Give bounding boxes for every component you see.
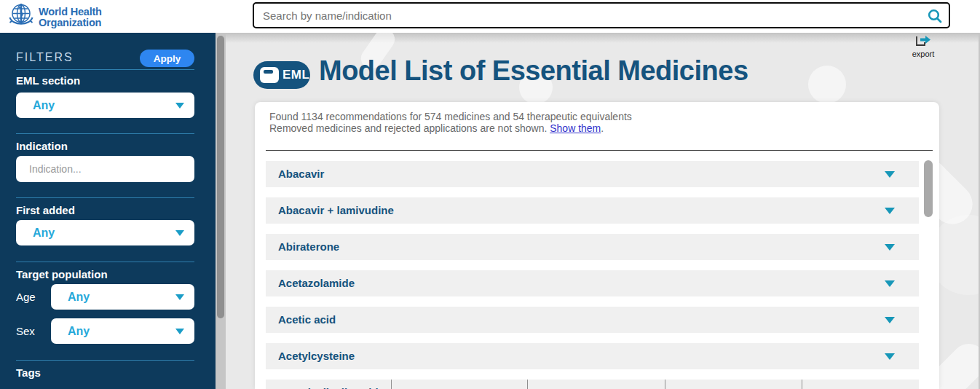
medicine-list: Abacavir Abacavir + lamivudine Abiratero… <box>266 161 919 380</box>
tags-label: Tags <box>16 366 41 379</box>
main-content: export EML Model List of Essential Medic… <box>226 33 980 389</box>
chevron-down-icon <box>175 103 184 109</box>
divider <box>16 197 194 198</box>
divider <box>802 380 802 389</box>
age-select[interactable]: Any <box>51 284 194 310</box>
target-population-label: Target population <box>16 268 108 280</box>
indication-label: Indication <box>16 140 68 152</box>
divider <box>16 133 194 134</box>
medicine-name: Acetic acid <box>278 307 336 333</box>
export-label: export <box>905 50 941 58</box>
medicine-row[interactable]: Acetylsalicylic acid <box>266 380 919 389</box>
sidebar-scrollbar-track[interactable] <box>216 33 226 389</box>
chevron-down-icon <box>885 280 895 287</box>
sex-label: Sex <box>16 325 35 337</box>
search-icon[interactable] <box>927 8 943 24</box>
who-logo-line2: Organization <box>39 17 102 28</box>
medicine-name: Acetylsalicylic acid <box>278 380 379 389</box>
eml-app: { "colors": { "accent_teal": "#1797b8", … <box>0 0 980 389</box>
removed-note-line: Removed medicines and rejected applicati… <box>269 123 632 135</box>
divider <box>665 380 665 389</box>
chevron-down-icon <box>175 294 184 300</box>
divider <box>527 380 528 389</box>
show-them-link[interactable]: Show them <box>550 122 601 134</box>
results-summary: Found 1134 recommendations for 574 medic… <box>269 111 632 134</box>
eml-section-select[interactable]: Any <box>16 93 194 118</box>
indication-input[interactable] <box>16 156 194 182</box>
medicine-name: Abacavir <box>278 161 324 187</box>
age-value: Any <box>68 284 90 310</box>
who-logo-text: World Health Organization <box>39 1 102 28</box>
medicine-row[interactable]: Acetazolamide <box>266 270 919 296</box>
medicine-row[interactable]: Abiraterone <box>266 234 919 260</box>
first-added-value: Any <box>33 220 55 245</box>
app-header: World Health Organization <box>0 0 980 33</box>
divider <box>16 262 194 262</box>
medicine-row[interactable]: Abacavir + lamivudine <box>266 197 919 224</box>
results-count-line: Found 1134 recommendations for 574 medic… <box>269 111 632 123</box>
first-added-select[interactable]: Any <box>16 220 194 245</box>
chevron-down-icon <box>175 329 184 334</box>
chevron-down-icon <box>885 353 895 360</box>
who-emblem-icon <box>7 1 35 31</box>
apply-button[interactable]: Apply <box>140 50 194 67</box>
eml-section-label: EML section <box>16 74 80 87</box>
eml-section-value: Any <box>33 93 55 118</box>
medicine-name: Acetylcysteine <box>278 343 355 369</box>
chevron-down-icon <box>175 230 184 236</box>
sex-value: Any <box>68 318 90 344</box>
medicine-name: Abiraterone <box>278 234 339 260</box>
medicine-name: Acetazolamide <box>278 270 355 296</box>
page-title: Model List of Essential Medicines <box>319 55 748 87</box>
filters-sidebar: FILTERS Apply EML section Any Indication… <box>0 33 216 389</box>
divider <box>16 360 194 361</box>
chevron-down-icon <box>885 208 895 214</box>
first-added-label: First added <box>16 204 75 216</box>
chevron-down-icon <box>885 317 895 323</box>
eml-book-icon <box>260 67 279 83</box>
export-button[interactable]: export <box>905 33 941 58</box>
sex-select[interactable]: Any <box>51 318 194 344</box>
chevron-down-icon <box>885 244 895 251</box>
divider <box>16 69 194 70</box>
medicine-row[interactable]: Abacavir <box>266 161 919 187</box>
search-bar <box>253 2 950 28</box>
medicine-name: Abacavir + lamivudine <box>278 197 394 224</box>
divider <box>391 380 392 389</box>
results-card: Found 1134 recommendations for 574 medic… <box>255 102 939 389</box>
who-logo[interactable]: World Health Organization <box>7 1 102 31</box>
search-input[interactable] <box>254 4 920 27</box>
sidebar-scrollbar[interactable] <box>217 36 224 318</box>
divider <box>266 150 933 151</box>
filters-title: FILTERS <box>16 51 74 64</box>
chevron-down-icon <box>885 171 895 178</box>
who-logo-line1: World Health <box>39 7 102 17</box>
age-label: Age <box>16 291 36 303</box>
list-scrollbar[interactable] <box>924 160 933 217</box>
medicine-row[interactable]: Acetic acid <box>266 307 919 333</box>
eml-logo-text: EML <box>282 68 309 82</box>
export-icon <box>914 33 933 47</box>
eml-logo: EML <box>253 61 310 89</box>
pill-watermark-icon <box>808 66 846 103</box>
medicine-row[interactable]: Acetylcysteine <box>266 343 919 369</box>
